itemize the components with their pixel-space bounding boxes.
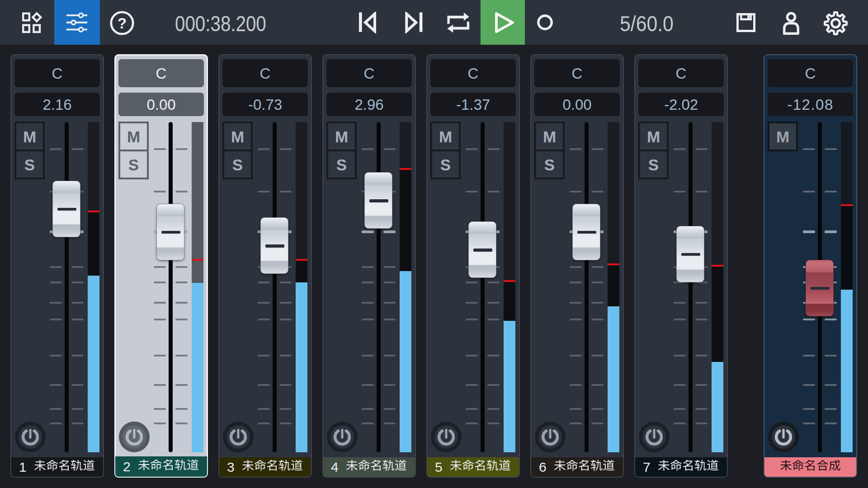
svg-text:?: ?: [118, 14, 127, 31]
